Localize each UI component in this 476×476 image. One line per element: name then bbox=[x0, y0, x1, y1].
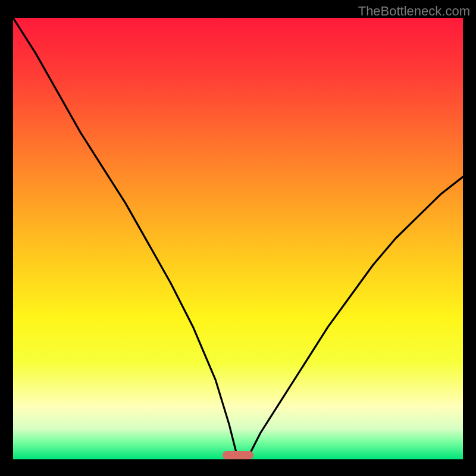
bottom-border bbox=[13, 459, 463, 476]
bottleneck-curve bbox=[13, 18, 463, 459]
watermark-text: TheBottleneck.com bbox=[358, 4, 470, 19]
chart-container: TheBottleneck.com bbox=[0, 0, 476, 476]
optimal-marker bbox=[223, 451, 254, 459]
plot-area bbox=[13, 18, 463, 459]
